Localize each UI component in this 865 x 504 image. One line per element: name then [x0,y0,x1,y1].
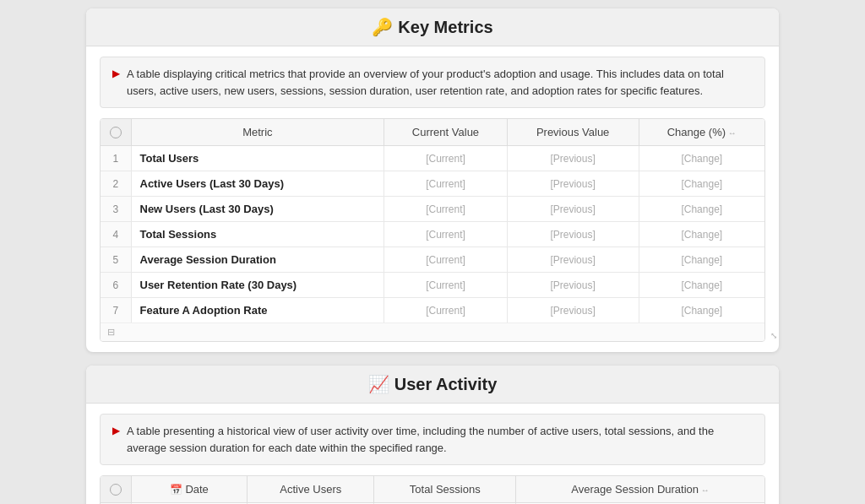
cell-current: [Current] [384,298,507,323]
description-text-key-metrics: A table displaying critical metrics that… [127,66,753,99]
description-box-key-metrics: ▶A table displaying critical metrics tha… [100,57,765,108]
table-row: 3New Users (Last 30 Days)[Current][Previ… [101,197,764,222]
user-activity-title-text: User Activity [394,375,498,394]
description-text-user-activity: A table presenting a historical view of … [127,423,753,456]
cell-previous: [Previous] [507,247,639,273]
table-container-key-metrics: MetricCurrent ValuePrevious ValueChange … [100,118,765,342]
key-metrics-title-text: Key Metrics [398,18,492,37]
cell-current: [Current] [384,273,507,298]
table-header-date: 📅 Date [131,476,248,503]
cell-metric: Feature A Adoption Rate [131,298,384,323]
cell-previous: [Previous] [507,146,639,171]
table-footer: ⊟ [101,322,764,341]
table-header-select[interactable] [101,476,131,503]
cell-metric: Total Sessions [131,222,384,247]
description-box-user-activity: ▶A table presenting a historical view of… [100,414,765,465]
table-wrapper-user-activity: 📅 DateActive UsersTotal SessionsAverage … [86,475,779,504]
row-number: 3 [101,197,131,222]
column-resize-handle[interactable]: ↔ [726,128,737,138]
cell-change: [Change] [639,222,764,247]
cell-current: [Current] [384,146,507,171]
table-header-avg_session: Average Session Duration ↔ [516,476,764,503]
cell-change: [Change] [639,171,764,197]
cell-metric: User Retention Rate (30 Days) [131,273,384,298]
table-container-user-activity: 📅 DateActive UsersTotal SessionsAverage … [100,475,765,504]
cell-previous: [Previous] [507,197,639,222]
table-header-previous: Previous Value [507,119,639,146]
table-header-select[interactable] [101,119,131,146]
user-activity-icon: 📈 [368,374,389,394]
table-user-activity: 📅 DateActive UsersTotal SessionsAverage … [101,476,764,504]
table-row: 2Active Users (Last 30 Days)[Current][Pr… [101,171,764,197]
cell-change: [Change] [639,247,764,273]
row-number: 6 [101,273,131,298]
cell-previous: [Previous] [507,273,639,298]
section-title-key-metrics: 🔑Key Metrics [86,17,779,37]
cell-change: [Change] [639,197,764,222]
table-header-active_users: Active Users [248,476,374,503]
select-all-circle[interactable] [110,484,122,496]
cell-current: [Current] [384,222,507,247]
table-header-total_sessions: Total Sessions [374,476,516,503]
table-header-current: Current Value [384,119,507,146]
calendar-icon: 📅 [170,484,182,496]
description-arrow-icon: ▶ [112,68,120,79]
cell-previous: [Previous] [507,171,639,197]
cell-current: [Current] [384,171,507,197]
key-metrics-icon: 🔑 [372,17,393,37]
cell-current: [Current] [384,197,507,222]
cell-change: [Change] [639,146,764,171]
row-number: 2 [101,171,131,197]
cell-change: [Change] [639,273,764,298]
section-header-user-activity: 📈User Activity [86,366,779,404]
column-resize-handle[interactable]: ↔ [699,485,710,495]
row-number: 1 [101,146,131,171]
row-number: 7 [101,298,131,323]
table-key-metrics: MetricCurrent ValuePrevious ValueChange … [101,119,764,322]
section-header-key-metrics: 🔑Key Metrics [86,8,779,46]
table-row: 4Total Sessions[Current][Previous][Chang… [101,222,764,247]
cell-metric: Total Users [131,146,384,171]
select-all-circle[interactable] [110,127,122,138]
table-expand-handle[interactable]: ⤡ [770,331,777,340]
filter-icon[interactable]: ⊟ [107,327,115,338]
cell-previous: [Previous] [507,222,639,247]
table-row: 1Total Users[Current][Previous][Change] [101,146,764,171]
section-card-key-metrics: 🔑Key Metrics▶A table displaying critical… [86,8,779,352]
row-number: 5 [101,247,131,273]
table-row: 5Average Session Duration[Current][Previ… [101,247,764,273]
table-header-metric: Metric [131,119,384,146]
cell-current: [Current] [384,247,507,273]
cell-previous: [Previous] [507,298,639,323]
table-wrapper-key-metrics: MetricCurrent ValuePrevious ValueChange … [86,118,779,342]
cell-change: [Change] [639,298,764,323]
cell-metric: New Users (Last 30 Days) [131,197,384,222]
row-number: 4 [101,222,131,247]
page-container: 🔑Key Metrics▶A table displaying critical… [86,8,779,504]
section-title-user-activity: 📈User Activity [86,374,779,394]
description-arrow-icon: ▶ [112,425,120,436]
table-row: 7Feature A Adoption Rate[Current][Previo… [101,298,764,323]
table-row: 6User Retention Rate (30 Days)[Current][… [101,273,764,298]
cell-metric: Active Users (Last 30 Days) [131,171,384,197]
table-header-change: Change (%) ↔ [639,119,764,146]
cell-metric: Average Session Duration [131,247,384,273]
section-card-user-activity: 📈User Activity▶A table presenting a hist… [86,366,779,504]
